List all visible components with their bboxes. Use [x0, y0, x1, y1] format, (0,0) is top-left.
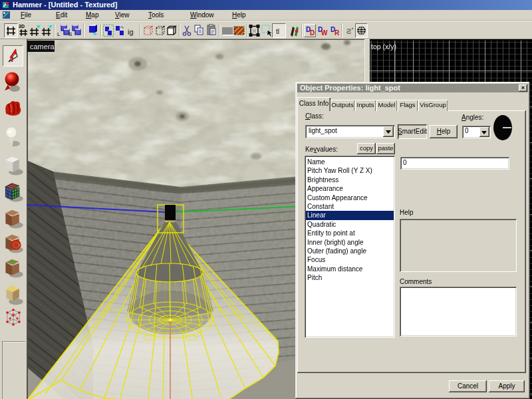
svg-text:L: L: [57, 31, 61, 37]
svg-text:3D: 3D: [19, 24, 25, 29]
svg-text:tl: tl: [276, 28, 279, 35]
svg-text:R: R: [334, 29, 340, 37]
svg-text:ig: ig: [128, 28, 134, 36]
svg-text:D: D: [310, 29, 315, 37]
svg-text:S: S: [68, 31, 72, 37]
svg-text:camera: camera: [30, 43, 55, 51]
svg-text:W: W: [321, 29, 328, 37]
svg-text:Ƨ: Ƨ: [346, 27, 352, 35]
